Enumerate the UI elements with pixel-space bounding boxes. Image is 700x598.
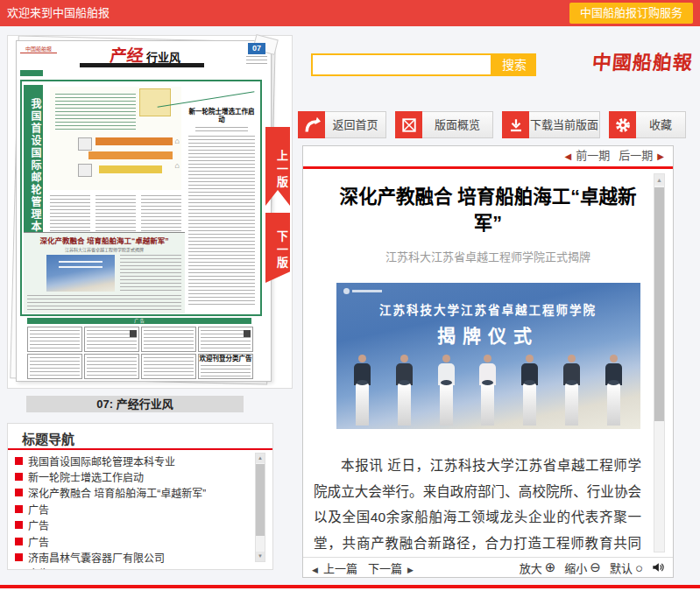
welcome-text: 欢迎来到中国船舶报 (7, 0, 110, 26)
photo-banner-line1: 江苏科技大学江苏省卓越工程师学院 (336, 300, 640, 318)
title-nav-item[interactable]: 广告 (15, 501, 250, 517)
layout-grid-icon (395, 111, 422, 138)
masthead-section: 行业风 (146, 51, 180, 64)
prev-issue-arrow-icon[interactable]: ◀ (565, 151, 572, 161)
person-figure (476, 355, 500, 426)
scroll-up-icon[interactable]: ▲ (654, 174, 664, 186)
ad-box (27, 327, 82, 352)
next-issue-link[interactable]: 后一期 (619, 149, 653, 162)
scrollbar-thumb[interactable] (654, 187, 664, 421)
top-bar: 欢迎来到中国船舶报 中国船舶报订购服务 (0, 0, 700, 26)
article-scrollbar[interactable]: ▲ (654, 173, 665, 552)
bullet-icon (15, 538, 23, 545)
ad-box (141, 327, 196, 352)
ad-box (84, 327, 139, 352)
title-nav-list: 我国首设国际邮轮管理本科专业 新一轮院士增选工作启动 深化产教融合 培育船舶海工… (15, 453, 250, 570)
thumb-center-article: 深化产教融合 培育船舶海工“卓越新军” 江苏科大江苏省卓越工程师学院正式揭牌 (24, 232, 185, 313)
page-number-badge: 07 (248, 43, 265, 54)
article-bottom-bar: ◀上一篇下一篇▶ 放大⊕ 缩小⊖ 默认○ (303, 557, 673, 577)
ad-box (141, 354, 196, 379)
subscribe-button[interactable]: 中国船舶报订购服务 (569, 3, 693, 24)
search-button[interactable]: 搜索 (492, 53, 536, 76)
issue-nav: ◀前一期后一期▶ (303, 146, 673, 169)
person-figure (518, 355, 542, 426)
thumb-center-article-subtitle: 江苏科大江苏省卓越工程师学院正式揭牌 (24, 246, 185, 252)
title-nav-heading: 标题导航 (22, 429, 74, 447)
text-placeholder (55, 94, 136, 132)
ads-grid: 欢迎刊登分类广告 (27, 327, 253, 379)
person-figure (601, 355, 626, 426)
newspaper-mini-logo: 中国船舶报 (20, 46, 57, 53)
title-nav-item[interactable]: 新一轮院士增选工作启动 (15, 468, 250, 484)
infographic-label (78, 137, 92, 151)
page-caption[interactable]: 07: 产经行业风 (26, 396, 244, 412)
masthead-underline (80, 63, 204, 67)
scrollbar-thumb[interactable] (256, 464, 265, 536)
article-subtitle: 江苏科大江苏省卓越工程师学院正式揭牌 (303, 248, 673, 264)
ad-box (27, 354, 82, 379)
site-logo: 中國船舶報 (591, 46, 699, 74)
title-nav-item[interactable]: 广告 (15, 517, 250, 533)
scroll-up-icon[interactable]: ▲ (256, 454, 265, 463)
article-photo: 江苏科技大学江苏省卓越工程师学院 揭牌仪式 (336, 283, 640, 429)
next-issue-arrow-icon[interactable]: ▶ (657, 151, 664, 161)
next-article-link[interactable]: 下一篇 (368, 562, 402, 575)
zoom-in-icon[interactable]: ⊕ (545, 559, 556, 575)
article-title: 深化产教融合 培育船舶海工“卓越新军” (329, 184, 647, 236)
infographic-bar (95, 137, 173, 145)
home-button[interactable]: 返回首页 (298, 111, 386, 138)
scroll-down-icon[interactable]: ▼ (256, 552, 265, 561)
title-navigation-panel: 标题导航 我国首设国际邮轮管理本科专业 新一轮院士增选工作启动 深化产教融合 培… (7, 423, 273, 570)
text-placeholder (195, 127, 248, 131)
masthead-brand: 产经 (110, 42, 145, 66)
title-nav-item[interactable]: 广告 (15, 566, 250, 570)
download-button[interactable]: 下载当前版面 (502, 111, 600, 138)
favorite-button[interactable]: 收藏 (609, 111, 686, 138)
bullet-icon (15, 553, 23, 561)
house-icon: ⌂ (175, 162, 180, 170)
photo-text-placeholder (59, 261, 103, 270)
article-nav: ◀上一篇下一篇▶ (312, 559, 414, 576)
bullet-icon (15, 505, 23, 513)
speaker-icon[interactable] (652, 561, 664, 573)
return-arrow-icon (298, 111, 325, 138)
search-input[interactable] (311, 53, 492, 76)
download-icon (502, 111, 529, 138)
zoom-out-icon[interactable]: ⊖ (590, 559, 601, 575)
prev-issue-link[interactable]: 前一期 (576, 149, 610, 162)
house-icon: ⌂ (175, 137, 180, 145)
footer (0, 588, 700, 598)
newspaper-main-frame: 我国首设国际邮轮管理本科专业 ⌂ ⌂ 新一轮院士增选工作启动 (20, 80, 262, 316)
qr-code (130, 330, 137, 337)
ad-box (198, 327, 253, 352)
title-nav-scrollbar[interactable]: ▲ ▼ (255, 453, 265, 562)
toolbar: 返回首页 版面概览 下载当前版面 收藏 (298, 111, 686, 138)
overview-button[interactable]: 版面概览 (395, 111, 493, 138)
title-nav-item[interactable]: 广告 (15, 533, 250, 549)
reset-label[interactable]: 默认 (610, 559, 633, 576)
title-nav-item[interactable]: 深化产教融合 培育船舶海工“卓越新军” (15, 485, 250, 501)
next-edition-ribbon[interactable]: 下一版 (265, 213, 290, 283)
title-nav-item[interactable]: 我国首设国际邮轮管理本科专业 (15, 453, 250, 468)
prev-article-link[interactable]: 上一篇 (323, 562, 357, 575)
title-nav-item[interactable]: 济南昌林气囊容器厂有限公司 (15, 549, 250, 565)
qr-code (244, 330, 251, 337)
reset-icon[interactable]: ○ (635, 560, 643, 575)
text-placeholder (27, 295, 181, 311)
person-figure (392, 355, 416, 426)
page-date-lines (246, 56, 267, 65)
zoom-in-label[interactable]: 放大 (520, 559, 542, 576)
prev-article-arrow-icon[interactable]: ◀ (312, 566, 318, 574)
ads-section-bar: 广 告 (27, 318, 251, 324)
classified-ad-title: 欢迎刊登分类广告 (199, 355, 252, 363)
page: 欢迎来到中国船舶报 中国船舶报订购服务 中国船舶报 产经行业风 07 我国首设国… (0, 0, 700, 598)
infographic-label (78, 164, 92, 177)
thumb-right-article-title: 新一轮院士增选工作启动 (187, 108, 257, 123)
bullet-icon (15, 473, 23, 481)
infographic-bar (99, 165, 162, 173)
thumb-center-article-title: 深化产教融合 培育船舶海工“卓越新军” (24, 236, 185, 245)
zoom-out-label[interactable]: 缩小 (564, 559, 587, 576)
next-article-arrow-icon[interactable]: ▶ (407, 566, 414, 574)
bullet-icon (15, 521, 23, 529)
newspaper-page-thumbnail[interactable]: 中国船舶报 产经行业风 07 我国首设国际邮轮管理本科专业 ⌂ ⌂ (16, 40, 272, 382)
